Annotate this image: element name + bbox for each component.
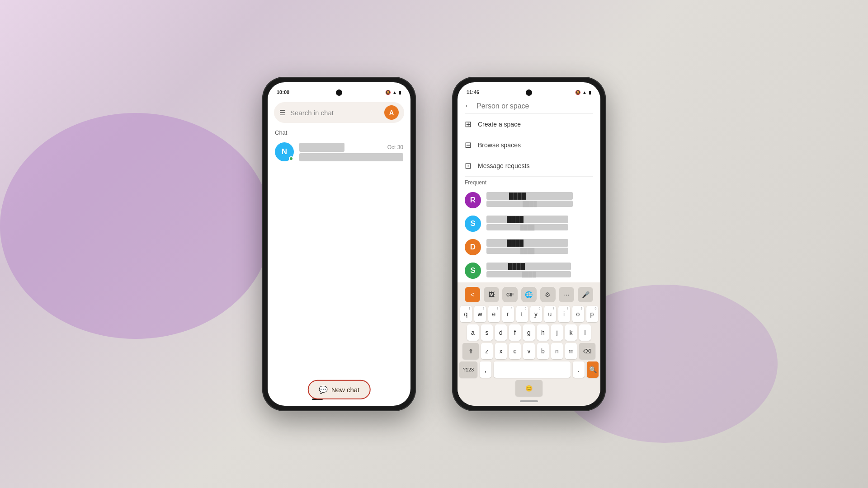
- kb-more-btn[interactable]: ···: [559, 287, 574, 302]
- contact-item-d[interactable]: D ████ ████: [458, 235, 600, 259]
- camera-notch-2: [526, 89, 532, 96]
- key-u[interactable]: u7: [544, 306, 556, 322]
- phone-2-screen: 11:46 🔕 ▲ ▮ ← ⊞ Create a: [458, 82, 600, 406]
- key-h[interactable]: h: [537, 324, 549, 341]
- camera-notch: [336, 89, 342, 96]
- status-time-2: 11:46: [467, 89, 479, 95]
- keyboard-emoji-row: 😊: [459, 380, 599, 396]
- key-c[interactable]: c: [509, 343, 521, 359]
- key-p[interactable]: p0: [586, 306, 598, 322]
- chat-time: Oct 30: [387, 144, 403, 150]
- key-l[interactable]: l: [579, 324, 591, 341]
- contact-s1-info: ████ ████: [486, 216, 568, 230]
- contact-s1-sub: ████: [486, 224, 568, 230]
- key-emoji[interactable]: 😊: [515, 380, 542, 396]
- wifi-icon: ▲: [392, 90, 397, 95]
- key-comma[interactable]: ,: [480, 361, 491, 378]
- contact-item-s2[interactable]: S ████ ████: [458, 259, 600, 282]
- key-num-switch[interactable]: ?123: [459, 361, 477, 378]
- key-t[interactable]: t5: [516, 306, 528, 322]
- contact-item-s1[interactable]: S ████ ████: [458, 212, 600, 235]
- chat-list: N ████ Oct 30 ████████████: [268, 138, 410, 374]
- keyboard-row-1: q1 w2 e3 r4 t5 y6 u7 i8 o9 p0: [459, 306, 599, 322]
- avatar-d: D: [465, 239, 481, 255]
- status-icons-2: 🔕 ▲ ▮: [575, 90, 591, 95]
- message-requests-icon: ⊡: [465, 161, 472, 171]
- key-d[interactable]: d: [495, 324, 507, 341]
- key-shift[interactable]: ⇧: [462, 343, 479, 359]
- key-f[interactable]: f: [509, 324, 521, 341]
- person-space-input[interactable]: [476, 102, 594, 110]
- contact-r-info: ████ ████: [486, 192, 573, 207]
- phone-1: 10:00 🔕 ▲ ▮ ☰ Search in chat A Chat: [262, 77, 416, 411]
- keyboard: < 🖼 GIF 🌐 ⚙ ··· 🎤 q1 w2 e3 r4 t: [458, 282, 600, 406]
- kb-sticker-btn[interactable]: 🖼: [484, 287, 499, 302]
- key-space[interactable]: [494, 361, 571, 378]
- battery-icon: ▮: [399, 90, 401, 95]
- wifi-icon-2: ▲: [582, 90, 587, 95]
- browse-spaces-label: Browse spaces: [478, 141, 521, 149]
- new-chat-label: New chat: [331, 386, 360, 394]
- contact-r-sub: ████: [486, 201, 573, 207]
- search-bar[interactable]: ☰ Search in chat A: [274, 102, 404, 123]
- key-b[interactable]: b: [537, 343, 549, 359]
- key-j[interactable]: j: [551, 324, 563, 341]
- menu-create-space[interactable]: ⊞ Create a space: [458, 114, 600, 135]
- contact-d-info: ████ ████: [486, 239, 568, 254]
- chat-info: ████ Oct 30 ████████████: [299, 143, 403, 161]
- user-avatar[interactable]: A: [384, 105, 399, 120]
- contact-d-name: ████: [486, 239, 568, 247]
- key-period[interactable]: .: [573, 361, 585, 378]
- keyboard-row-4: ?123 , . 🔍: [459, 361, 599, 378]
- key-w[interactable]: w2: [474, 306, 486, 322]
- status-time-1: 10:00: [277, 89, 289, 95]
- status-icons-1: 🔕 ▲ ▮: [385, 90, 401, 95]
- contact-r-name: ████: [486, 192, 573, 200]
- contact-item-r[interactable]: R ████ ████: [458, 188, 600, 212]
- key-z[interactable]: z: [481, 343, 493, 359]
- key-a[interactable]: a: [467, 324, 479, 341]
- contact-s2-info: ████ ████: [486, 263, 571, 277]
- key-r[interactable]: r4: [502, 306, 514, 322]
- key-s[interactable]: s: [481, 324, 493, 341]
- kb-translate-btn[interactable]: 🌐: [521, 287, 537, 302]
- key-y[interactable]: y6: [530, 306, 542, 322]
- key-e[interactable]: e3: [488, 306, 500, 322]
- key-i[interactable]: i8: [558, 306, 570, 322]
- keyboard-row-3: ⇧ z x c v b n m ⌫: [459, 343, 599, 359]
- menu-browse-spaces[interactable]: ⊟ Browse spaces: [458, 135, 600, 155]
- new-chat-button[interactable]: 💬 New chat: [308, 380, 371, 399]
- frequent-label: Frequent: [458, 177, 600, 188]
- bottom-nav: 💬 Chat 💬 New chat 👥 Spaces: [268, 374, 410, 406]
- key-o[interactable]: o9: [572, 306, 584, 322]
- key-x[interactable]: x: [495, 343, 507, 359]
- key-backspace[interactable]: ⌫: [579, 343, 595, 359]
- kb-back-btn[interactable]: <: [465, 287, 480, 302]
- swipe-indicator: [520, 400, 538, 402]
- phone-2: 11:46 🔕 ▲ ▮ ← ⊞ Create a: [452, 77, 606, 411]
- phones-container: 10:00 🔕 ▲ ▮ ☰ Search in chat A Chat: [262, 77, 606, 411]
- key-k[interactable]: k: [565, 324, 577, 341]
- search-placeholder: Search in chat: [290, 109, 380, 117]
- signal-icon: 🔕: [385, 90, 391, 95]
- key-n[interactable]: n: [551, 343, 563, 359]
- key-v[interactable]: v: [523, 343, 535, 359]
- contact-s2-sub: ████: [486, 271, 571, 277]
- phone-2-content: ← ⊞ Create a space ⊟ Browse spaces ⊡: [458, 99, 600, 406]
- key-search[interactable]: 🔍: [587, 361, 599, 378]
- key-g[interactable]: g: [523, 324, 535, 341]
- key-q[interactable]: q1: [460, 306, 472, 322]
- chat-item[interactable]: N ████ Oct 30 ████████████: [268, 138, 410, 166]
- hamburger-icon[interactable]: ☰: [279, 108, 286, 117]
- avatar-r: R: [465, 192, 481, 208]
- kb-settings-btn[interactable]: ⚙: [540, 287, 556, 302]
- menu-list: ⊞ Create a space ⊟ Browse spaces ⊡ Messa…: [458, 114, 600, 176]
- kb-mic-btn[interactable]: 🎤: [578, 287, 593, 302]
- battery-icon-2: ▮: [589, 90, 591, 95]
- key-m[interactable]: m: [565, 343, 577, 359]
- kb-gif-btn[interactable]: GIF: [502, 287, 518, 302]
- keyboard-row-2: a s d f g h j k l: [459, 324, 599, 341]
- phone-1-content: ☰ Search in chat A Chat N: [268, 99, 410, 406]
- menu-message-requests[interactable]: ⊡ Message requests: [458, 155, 600, 176]
- back-button[interactable]: ←: [464, 101, 472, 111]
